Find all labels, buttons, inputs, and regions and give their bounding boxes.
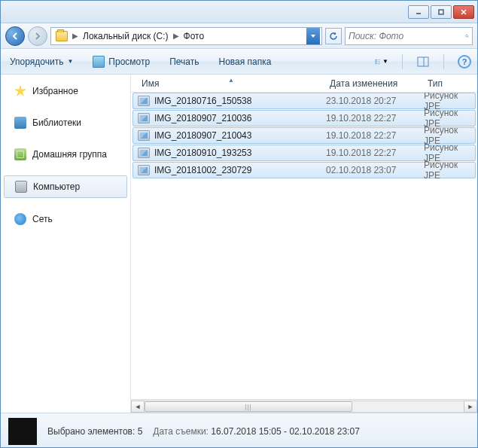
computer-icon xyxy=(15,181,27,193)
file-row[interactable]: IMG_20180716_15053823.10.2018 20:27Рисун… xyxy=(132,93,476,109)
file-date: 23.10.2018 20:27 xyxy=(326,96,424,106)
folder-icon xyxy=(56,31,68,41)
file-list-pane: Имя▲ Дата изменения Тип IMG_20180716_150… xyxy=(131,75,477,413)
svg-point-4 xyxy=(466,35,468,37)
details-pane: Выбрано элементов: 5 Дата съемки: 16.07.… xyxy=(1,413,477,448)
new-folder-label: Новая папка xyxy=(218,56,271,67)
column-label: Дата изменения xyxy=(330,78,397,89)
column-header-row: Имя▲ Дата изменения Тип xyxy=(131,75,477,93)
window-titlebar xyxy=(1,1,477,23)
scroll-thumb[interactable] xyxy=(145,401,352,412)
breadcrumb-seg-drive[interactable]: Локальный диск (C:) xyxy=(80,29,172,43)
chevron-down-icon: ▼ xyxy=(67,58,73,65)
help-button[interactable]: ? xyxy=(458,55,471,69)
image-icon xyxy=(138,165,150,175)
libraries-icon xyxy=(14,117,26,129)
search-icon xyxy=(465,31,469,41)
homegroup-icon xyxy=(14,148,26,160)
breadcrumb-root[interactable] xyxy=(53,29,71,43)
file-row[interactable]: IMG_20180907_21004319.10.2018 22:27Рисун… xyxy=(132,127,476,144)
organize-label: Упорядочить xyxy=(10,56,63,67)
sidebar-item-computer[interactable]: Компьютер xyxy=(4,175,127,198)
file-name: IMG_20180716_150538 xyxy=(154,96,326,106)
sidebar-label: Сеть xyxy=(32,214,53,224)
column-header-date[interactable]: Дата изменения xyxy=(325,78,423,89)
svg-line-5 xyxy=(467,36,468,37)
scroll-track[interactable] xyxy=(145,401,464,413)
svg-rect-7 xyxy=(376,61,377,62)
search-input[interactable] xyxy=(349,31,462,41)
address-bar[interactable]: ▶ Локальный диск (C:) ▶ Фото xyxy=(50,27,322,45)
svg-rect-1 xyxy=(439,10,443,14)
window-controls xyxy=(408,5,474,19)
file-date: 19.10.2018 22:27 xyxy=(326,148,424,158)
column-label: Тип xyxy=(428,78,443,89)
view-mode-button[interactable]: ▼ xyxy=(375,55,388,69)
separator xyxy=(402,54,403,69)
content-area: Избранное Библиотеки Домашняя группа Ком… xyxy=(1,75,477,413)
sidebar-item-homegroup[interactable]: Домашняя группа xyxy=(1,144,130,165)
shot-date-value: 16.07.2018 15:05 - 02.10.2018 23:07 xyxy=(211,426,360,437)
navigation-pane: Избранное Библиотеки Домашняя группа Ком… xyxy=(1,75,131,413)
preview-label: Просмотр xyxy=(108,56,150,67)
sidebar-label: Домашняя группа xyxy=(32,149,107,160)
print-label: Печать xyxy=(169,56,199,67)
refresh-button[interactable] xyxy=(325,28,342,44)
minimize-button[interactable] xyxy=(408,5,429,19)
close-button[interactable] xyxy=(453,5,474,19)
sidebar-item-network[interactable]: Сеть xyxy=(1,209,130,230)
breadcrumb-seg-folder[interactable]: Фото xyxy=(181,29,208,43)
preview-button[interactable]: Просмотр xyxy=(90,53,153,70)
organize-button[interactable]: Упорядочить▼ xyxy=(7,54,76,69)
print-button[interactable]: Печать xyxy=(166,54,202,69)
preview-icon xyxy=(93,56,105,68)
new-folder-button[interactable]: Новая папка xyxy=(215,54,274,69)
file-name: IMG_20181002_230729 xyxy=(154,165,326,175)
chevron-down-icon: ▼ xyxy=(382,58,388,65)
horizontal-scrollbar[interactable]: ◄ ► xyxy=(131,399,477,413)
file-row[interactable]: IMG_20180907_21003619.10.2018 22:27Рисун… xyxy=(132,110,476,126)
sidebar-item-libraries[interactable]: Библиотеки xyxy=(1,112,130,133)
file-row[interactable]: IMG_20180910_19325319.10.2018 22:27Рисун… xyxy=(132,145,476,161)
file-row[interactable]: IMG_20181002_23072902.10.2018 23:07Рисун… xyxy=(132,162,476,178)
nav-back-button[interactable] xyxy=(5,26,25,46)
file-date: 19.10.2018 22:27 xyxy=(326,113,424,123)
separator xyxy=(443,54,444,69)
column-header-name[interactable]: Имя▲ xyxy=(137,78,325,89)
star-icon xyxy=(14,85,26,97)
file-name: IMG_20180910_193253 xyxy=(154,148,326,158)
maximize-button[interactable] xyxy=(431,5,452,19)
chevron-right-icon[interactable]: ▶ xyxy=(173,32,179,40)
search-box[interactable] xyxy=(345,27,473,45)
chevron-right-icon[interactable]: ▶ xyxy=(72,32,78,40)
file-name: IMG_20180907_210036 xyxy=(154,113,326,123)
preview-pane-button[interactable] xyxy=(416,55,430,69)
image-icon xyxy=(138,113,150,123)
shot-date-label: Дата съемки: xyxy=(153,426,209,437)
sidebar-item-favorites[interactable]: Избранное xyxy=(1,81,130,102)
selection-count: Выбрано элементов: 5 xyxy=(47,426,142,437)
address-dropdown-button[interactable] xyxy=(306,28,320,44)
column-label: Имя xyxy=(142,78,159,89)
file-type: Рисунок JPE xyxy=(424,160,475,181)
sidebar-label: Компьютер xyxy=(33,181,80,192)
file-name: IMG_20180907_210043 xyxy=(154,130,326,141)
thumbnail-preview xyxy=(8,418,37,445)
image-icon xyxy=(138,148,150,158)
column-header-type[interactable]: Тип xyxy=(423,78,477,89)
file-rows: IMG_20180716_15053823.10.2018 20:27Рисун… xyxy=(131,93,477,399)
sort-asc-icon: ▲ xyxy=(228,77,234,84)
network-icon xyxy=(14,213,26,225)
image-icon xyxy=(138,96,150,106)
scroll-left-button[interactable]: ◄ xyxy=(131,401,145,413)
sidebar-label: Библиотеки xyxy=(32,117,81,128)
svg-rect-8 xyxy=(376,63,377,64)
scroll-right-button[interactable]: ► xyxy=(464,401,477,413)
svg-rect-12 xyxy=(418,57,428,66)
file-date: 19.10.2018 22:27 xyxy=(326,130,424,141)
sidebar-label: Избранное xyxy=(32,86,78,96)
image-icon xyxy=(138,130,150,141)
nav-forward-button[interactable] xyxy=(28,26,47,46)
navigation-bar: ▶ Локальный диск (C:) ▶ Фото xyxy=(1,23,477,49)
command-bar: Упорядочить▼ Просмотр Печать Новая папка… xyxy=(1,49,477,75)
